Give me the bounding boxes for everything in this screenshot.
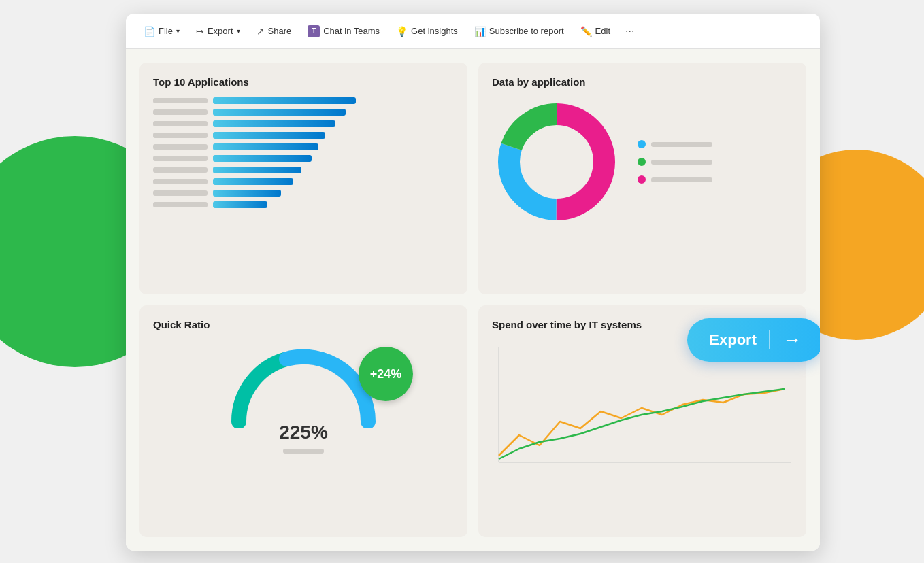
top10-card: Top 10 Applications	[139, 63, 467, 294]
file-icon: 📄	[144, 26, 155, 37]
badge-value: +24%	[370, 367, 402, 381]
get-insights-button[interactable]: 💡 Get insights	[389, 22, 465, 41]
subscribe-label: Subscribe to report	[489, 26, 564, 36]
subscribe-button[interactable]: 📊 Subscribe to report	[467, 22, 571, 41]
file-chevron-icon: ▾	[176, 27, 180, 35]
legend-line	[651, 160, 712, 165]
legend-line	[651, 142, 712, 147]
share-label: Share	[268, 26, 292, 36]
export-overlay-button[interactable]: Export →	[687, 318, 820, 362]
toolbar: 📄 File ▾ ↦ Export ▾ ↗ Share T Chat in Te…	[126, 14, 820, 49]
bar-label	[153, 156, 208, 161]
legend-dot-blue	[638, 140, 646, 148]
more-menu-button[interactable]: ···	[620, 21, 640, 41]
bar-fill	[213, 155, 312, 162]
bar-fill	[213, 201, 267, 208]
get-insights-label: Get insights	[411, 26, 458, 36]
gauge-value: 225%	[279, 422, 328, 443]
bar-label	[153, 98, 208, 103]
bar-row	[153, 120, 454, 127]
export-label: Export	[208, 26, 233, 36]
share-icon: ↗	[257, 26, 265, 37]
bar-fill	[213, 167, 301, 173]
quick-ratio-badge: +24%	[359, 347, 413, 401]
export-arrow-icon: →	[782, 329, 802, 351]
legend-item	[638, 175, 712, 184]
donut-area	[492, 97, 793, 226]
legend-item	[638, 158, 712, 166]
main-window: 📄 File ▾ ↦ Export ▾ ↗ Share T Chat in Te…	[126, 14, 820, 551]
bar-row	[153, 167, 454, 173]
bar-fill	[213, 178, 293, 185]
bar-row	[153, 109, 454, 116]
gauge-area: 225% +24%	[153, 340, 454, 454]
donut-legend	[638, 140, 712, 184]
export-icon: ↦	[196, 26, 204, 37]
bar-label	[153, 133, 208, 138]
bar-row	[153, 155, 454, 162]
bar-fill	[213, 143, 318, 150]
dashboard: Top 10 Applications	[126, 49, 820, 551]
bar-fill	[213, 97, 356, 104]
edit-button[interactable]: ✏️ Edit	[574, 22, 617, 41]
export-overlay-label: Export	[709, 331, 757, 349]
bar-label	[153, 179, 208, 184]
subscribe-icon: 📊	[474, 26, 486, 37]
bar-row	[153, 178, 454, 185]
data-by-app-title: Data by application	[492, 76, 793, 88]
chat-teams-button[interactable]: T Chat in Teams	[301, 21, 386, 41]
chat-teams-label: Chat in Teams	[323, 26, 380, 36]
edit-label: Edit	[595, 26, 610, 36]
bar-fill	[213, 132, 325, 139]
gauge-subtext	[283, 449, 324, 454]
export-menu[interactable]: ↦ Export ▾	[189, 22, 247, 41]
bar-label	[153, 144, 208, 150]
bar-chart	[153, 97, 454, 208]
insights-icon: 💡	[396, 26, 408, 37]
bar-row	[153, 143, 454, 150]
bar-label	[153, 167, 208, 173]
legend-dot-pink	[638, 175, 646, 184]
bar-row	[153, 97, 454, 104]
legend-dot-green	[638, 158, 646, 166]
share-button[interactable]: ↗ Share	[250, 22, 299, 41]
file-menu[interactable]: 📄 File ▾	[137, 22, 186, 41]
gauge-chart	[225, 340, 382, 428]
data-by-app-card: Data by application	[478, 63, 806, 294]
bar-row	[153, 201, 454, 208]
donut-chart	[492, 97, 621, 226]
bar-row	[153, 132, 454, 139]
quick-ratio-title: Quick Ratio	[153, 319, 454, 330]
bar-row	[153, 190, 454, 197]
export-chevron-icon: ▾	[237, 27, 240, 35]
export-btn-separator	[769, 330, 770, 349]
legend-item	[638, 140, 712, 148]
svg-point-3	[523, 128, 591, 196]
bar-fill	[213, 120, 335, 127]
top10-title: Top 10 Applications	[153, 76, 454, 88]
bar-label	[153, 109, 208, 115]
bar-label	[153, 121, 208, 126]
edit-icon: ✏️	[580, 26, 592, 37]
more-label: ···	[625, 25, 634, 37]
quick-ratio-card: Quick Ratio 225% +24%	[139, 305, 467, 537]
bar-fill	[213, 190, 281, 197]
file-label: File	[159, 26, 173, 36]
bar-label	[153, 190, 208, 196]
teams-icon: T	[308, 25, 320, 37]
bar-fill	[213, 109, 346, 116]
legend-line	[651, 177, 712, 182]
bar-label	[153, 202, 208, 207]
